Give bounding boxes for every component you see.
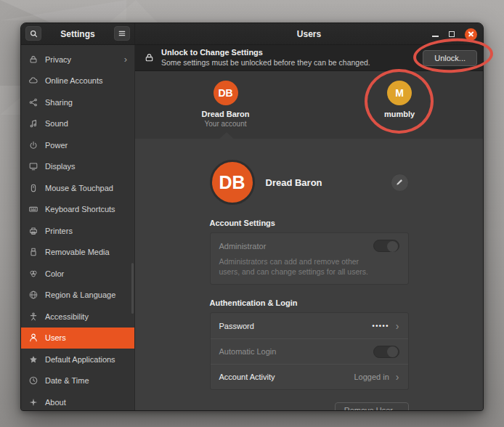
banner-subtitle: Some settings must be unlocked before th… [161, 58, 370, 68]
cloud-icon [28, 76, 38, 86]
sidebar-item-default-applications[interactable]: Default Applications [21, 349, 134, 370]
sidebar-item-printers[interactable]: Printers [21, 220, 134, 242]
mouse-icon [28, 183, 38, 193]
selected-user-notch [219, 132, 234, 139]
wallpaper-facet [0, 0, 126, 20]
sidebar-item-displays[interactable]: Displays [21, 156, 134, 178]
sidebar-item-online-accounts[interactable]: Online Accounts [21, 70, 134, 92]
banner-title: Unlock to Change Settings [161, 48, 370, 58]
hamburger-icon [118, 29, 126, 38]
sidebar-item-color[interactable]: Color [21, 263, 134, 285]
toggle-knob [387, 241, 398, 252]
sidebar-item-sound[interactable]: Sound [21, 113, 134, 135]
settings-window: Settings Users Privacy › [20, 23, 484, 411]
panel-title: Users [297, 29, 321, 39]
sidebar-item-users[interactable]: Users [21, 328, 134, 349]
sidebar-item-removable-media[interactable]: Removable Media [21, 242, 134, 264]
sidebar-item-label: Power [45, 141, 68, 150]
music-note-icon [28, 118, 38, 129]
clock-icon [28, 375, 38, 386]
sidebar-item-label: Accessibility [45, 312, 89, 321]
account-settings-card: Administrator Administrators can add and… [210, 232, 409, 285]
minimize-icon [432, 36, 439, 37]
minimize-button[interactable] [432, 31, 439, 37]
app-title: Settings [60, 29, 94, 39]
maximize-button[interactable] [449, 31, 455, 37]
administrator-description: Administrators can add and remove other … [219, 256, 372, 277]
administrator-label: Administrator [219, 242, 267, 251]
remove-user-button[interactable]: Remove User... [335, 402, 409, 411]
user-name: Dread Baron [182, 110, 269, 118]
avatar[interactable]: DB [210, 160, 255, 205]
user-detail-area: DB Dread Baron Account Settings Administ… [135, 139, 483, 410]
starburst-icon [28, 397, 38, 407]
sidebar-item-label: About [45, 398, 66, 407]
chevron-right-icon: › [396, 372, 399, 382]
automatic-login-row: Automatic Login [211, 338, 408, 364]
star-icon [28, 354, 38, 365]
globe-icon [28, 290, 38, 300]
sidebar-item-label: Online Accounts [45, 76, 103, 85]
sidebar-item-region-language[interactable]: Region & Language [21, 285, 134, 306]
accessibility-icon [28, 312, 38, 322]
sidebar-item-privacy[interactable]: Privacy › [21, 49, 134, 70]
sidebar-item-mouse-touchpad[interactable]: Mouse & Touchpad [21, 177, 134, 199]
sidebar-item-label: Color [45, 269, 64, 278]
password-row[interactable]: Password ••••• › [211, 313, 408, 338]
headerbar-main-section: Users [135, 23, 483, 44]
sidebar-item-about[interactable]: About [21, 391, 134, 411]
sidebar-item-power[interactable]: Power [21, 134, 134, 156]
usb-drive-icon [28, 247, 38, 257]
power-icon [28, 140, 38, 150]
sidebar-item-sharing[interactable]: Sharing [21, 92, 134, 113]
unlock-button[interactable]: Unlock... [423, 50, 477, 66]
users-panel: Unlock to Change Settings Some settings … [135, 45, 483, 410]
user-chip-mumbly[interactable]: M mumbly [356, 81, 443, 118]
sidebar-item-accessibility[interactable]: Accessibility [21, 306, 134, 328]
sidebar: Privacy › Online Accounts Sharing Sound … [21, 45, 135, 410]
user-chip-dread-baron[interactable]: DB Dread Baron Your account [182, 81, 269, 128]
lock-icon [144, 52, 155, 63]
keyboard-icon [28, 204, 38, 214]
account-activity-value: Logged in [354, 373, 389, 381]
automatic-login-label: Automatic Login [219, 347, 277, 356]
menu-button[interactable] [114, 26, 130, 41]
chevron-right-icon: › [124, 54, 127, 65]
headerbar: Settings Users [21, 23, 483, 45]
maximize-icon [449, 31, 455, 37]
window-controls [432, 23, 477, 45]
banner-text: Unlock to Change Settings Some settings … [161, 48, 370, 68]
sidebar-item-label: Sharing [45, 98, 73, 107]
section-title-account-settings: Account Settings [210, 219, 409, 227]
sidebar-item-date-time[interactable]: Date & Time [21, 370, 134, 392]
headerbar-sidebar-section: Settings [21, 23, 135, 44]
pencil-icon [395, 178, 404, 187]
auth-login-card: Password ••••• › Automatic Login Account… [210, 312, 409, 390]
sidebar-item-label: Privacy [45, 55, 71, 64]
sidebar-scrollbar[interactable] [131, 263, 134, 314]
automatic-login-toggle[interactable] [373, 346, 399, 358]
printer-icon [28, 226, 38, 236]
sidebar-item-label: Users [45, 333, 66, 342]
avatar: M [387, 81, 412, 105]
search-button[interactable] [25, 26, 41, 41]
user-name: mumbly [356, 110, 443, 118]
sidebar-item-label: Displays [45, 162, 76, 171]
sidebar-item-label: Sound [45, 119, 68, 128]
sidebar-item-label: Keyboard Shortcuts [45, 205, 115, 214]
sidebar-item-label: Region & Language [45, 290, 115, 299]
sidebar-item-label: Date & Time [45, 376, 89, 385]
sidebar-item-label: Default Applications [45, 355, 115, 364]
close-button[interactable] [465, 28, 477, 41]
password-label: Password [219, 322, 254, 330]
sidebar-item-label: Printers [45, 227, 73, 235]
administrator-toggle[interactable] [373, 240, 399, 252]
chevron-right-icon: › [396, 321, 399, 331]
section-title-auth-login: Authentication & Login [210, 298, 409, 307]
account-activity-row[interactable]: Account Activity Logged in › [211, 364, 408, 389]
rename-button[interactable] [391, 174, 409, 192]
sidebar-item-keyboard-shortcuts[interactable]: Keyboard Shortcuts [21, 199, 134, 221]
avatar: DB [214, 81, 238, 105]
sidebar-item-label: Removable Media [45, 248, 110, 256]
search-icon [29, 29, 38, 38]
